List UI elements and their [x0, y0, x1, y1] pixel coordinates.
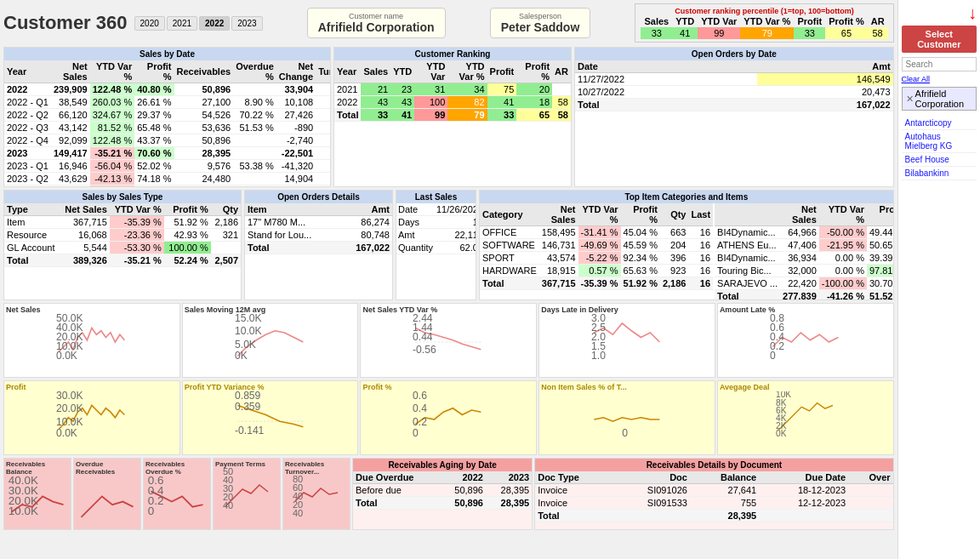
table-row: 2022 239,909 122.48 % 40.80 % 50,896 33,…: [4, 83, 331, 96]
table-row: 2022 - Q3 43,142 81.52 % 65.48 % 53,636 …: [4, 122, 331, 134]
profit-chart: 30.0K 20.0K 10.0K 0.0K: [6, 391, 178, 438]
sales-by-date-table: Year Net Sales YTD Var % Profit % Receiv…: [4, 60, 331, 187]
sales-moving-chart: 15.0K 10.0K 5.0K 0K: [185, 314, 356, 361]
amount-late-sparkline: Amount Late % 0.8 0.6 0.4 0.2 0: [717, 303, 894, 378]
svg-text:10.0K: 10.0K: [235, 325, 262, 337]
net-sales-ytd-chart: 2.44 1.44 0.44 -0.56: [362, 314, 534, 361]
table-row: Total 167,022: [575, 99, 893, 111]
table-row: Amt 22,119: [396, 229, 476, 242]
amount-late-chart: 0.8 0.6 0.4 0.2 0: [720, 314, 892, 361]
table-row: Total 389,326 -35.21 % 52.24 % 2,507: [4, 254, 241, 267]
ranking-box: Customer ranking percentile (1=top, 100=…: [635, 3, 893, 43]
svg-text:0.6: 0.6: [413, 391, 427, 402]
table-row: Touring Bic... 32,000 0.00 % 97.81 % 8 1…: [715, 265, 894, 277]
days-late-chart: 3.0 2.5 2.0 1.5 1.0: [541, 314, 713, 361]
top-items-list: Net Sales YTD Var % Profit % Qty Last BI…: [715, 203, 894, 300]
year-tab-2023[interactable]: 2023: [231, 16, 262, 31]
overdue-chart: [76, 476, 139, 522]
sales-by-date-panel: Sales by Date Year Net Sales YTD Var % P…: [3, 47, 331, 187]
net-sales-ytd-sparkline: Net Sales YTD Var % 2.44 1.44 0.44 -0.56: [360, 303, 537, 378]
table-row: OFFICE 158,495 -31.41 % 45.04 % 663 16: [480, 226, 713, 239]
svg-text:0.359: 0.359: [235, 401, 261, 413]
customer-ranking-table: Year Sales YTD YTD Var YTD Var % Profit …: [334, 60, 571, 122]
last-sales-table: Date 11/26/2023 Days 16 Amt 22,119 Qua: [396, 203, 476, 254]
customer-list-item[interactable]: Antarcticopy: [902, 117, 977, 130]
content-row2: Sales by Sales Type Type Net Sales YTD V…: [3, 190, 894, 300]
sales-by-type-table: Type Net Sales YTD Var % Profit % Qty It…: [4, 203, 241, 267]
svg-text:-0.56: -0.56: [413, 344, 436, 356]
svg-text:40: 40: [293, 508, 303, 518]
recv-aging-header: Receivables Aging by Date: [353, 459, 532, 471]
customer-list-item[interactable]: Autohaus Mielberg KG: [902, 130, 977, 153]
table-row: Days 16: [396, 216, 476, 229]
table-row: 17" M780 M... 86,274: [245, 216, 392, 229]
customer-name-box: Customer name Afrifield Corporation: [307, 8, 446, 38]
table-row: 2022 - Q4 92,099 122.48 % 43.37 % 50,896…: [4, 134, 331, 147]
recv-pct-chart: 0.6 0.4 0.2 0: [145, 476, 208, 522]
table-row: SOFTWARE 146,731 -49.69 % 45.59 % 204 16: [480, 239, 713, 252]
profit-pct-sparkline: Profit % 0.6 0.4 0.2 0: [360, 380, 537, 455]
profit-ytd-chart: 0.859 0.359 -0.141: [185, 391, 356, 438]
svg-text:0.0K: 0.0K: [56, 350, 77, 361]
table-row: Quantity 62.00: [396, 242, 476, 254]
customer-list-item[interactable]: Bilabankinn: [902, 167, 977, 180]
customer-ranking-header: Customer Ranking: [334, 48, 571, 60]
categories-table: Category Net Sales YTD Var % Profit % Qt…: [480, 203, 713, 290]
header: Customer 360 2020 2021 2022 2023 Custome…: [3, 3, 894, 43]
table-row: Invoice SI091533 755 12-12-2023: [535, 497, 892, 510]
svg-text:0.2: 0.2: [413, 416, 427, 428]
table-row: 2022 - Q1 38,549 260.03 % 26.61 % 27,100…: [4, 96, 331, 109]
avg-deal-sparkline: Avegage Deal 10K 8K 6K 4K 2K 0K: [717, 380, 894, 455]
svg-text:1.0: 1.0: [591, 350, 606, 361]
svg-text:0.4: 0.4: [413, 402, 427, 414]
table-row: Total 50,896 28,395: [353, 497, 532, 510]
last-sales-header: Last Sales: [396, 191, 476, 203]
customer-ranking-panel: Customer Ranking Year Sales YTD YTD Var …: [333, 47, 572, 187]
table-row: Resource 16,068 -23.36 % 42.93 % 321: [4, 229, 241, 242]
overdue-recv-sparkline: Overdue Receivables: [73, 458, 141, 530]
svg-text:0.44: 0.44: [413, 331, 433, 343]
recv-aging-panel: Receivables Aging by Date Due Overdue 20…: [352, 458, 533, 530]
close-icon[interactable]: ✕: [906, 94, 914, 105]
select-customer-header: Select Customer: [902, 26, 977, 53]
table-row: SARAJEVO ... 22,420 -100.00 % 30.70 % 23…: [715, 277, 894, 290]
svg-text:-0.141: -0.141: [235, 425, 265, 436]
svg-text:15.0K: 15.0K: [235, 314, 262, 324]
ranking-table: Sales YTD YTD Var YTD Var % Profit Profi…: [641, 15, 887, 39]
svg-text:5.0K: 5.0K: [235, 339, 256, 351]
open-orders-details-table: Item Amt 17" M780 M... 86,274 Stand for …: [245, 203, 392, 254]
table-row: 2023 - Q1 16,946 -56.04 % 52.02 % 9,576 …: [4, 160, 331, 173]
table-row: Total 33 41 99 79 33 65 58: [334, 109, 571, 122]
table-row: 11/27/2022 146,549: [575, 73, 893, 86]
turnover-chart: 80 60 40 20 40: [285, 476, 348, 522]
salesperson-box: Salesperson Peter Saddow: [490, 8, 591, 38]
table-row: Total 277,839 -41.26 % 51.52 % 230 16: [715, 290, 894, 301]
last-sales-panel: Last Sales Date 11/26/2023 Days 16 Amt: [396, 190, 476, 300]
search-input[interactable]: [902, 57, 977, 71]
year-tab-2021[interactable]: 2021: [167, 16, 197, 31]
customer-list-item[interactable]: Beef House: [902, 153, 977, 167]
recv-overdue-pct-sparkline: Receivables Overdue % 0.6 0.4 0.2 0: [143, 458, 211, 530]
svg-text:20.0K: 20.0K: [56, 402, 83, 414]
svg-text:0: 0: [413, 427, 419, 438]
year-tab-2020[interactable]: 2020: [134, 16, 165, 31]
svg-text:0K: 0K: [235, 350, 248, 361]
year-tab-2022[interactable]: 2022: [199, 16, 230, 31]
svg-text:0K: 0K: [776, 429, 787, 438]
content-row1: Sales by Date Year Net Sales YTD Var % P…: [3, 47, 894, 187]
svg-text:10.0K: 10.0K: [56, 416, 83, 428]
year-tabs: 2020 2021 2022 2023: [134, 16, 263, 31]
clear-all-link[interactable]: Clear All: [902, 75, 977, 83]
top-items-content: Category Net Sales YTD Var % Profit % Qt…: [480, 203, 893, 300]
table-row: Date 11/26/2023: [396, 203, 476, 216]
recv-details-panel: Receivables Details by Document Doc Type…: [534, 458, 893, 530]
left-panel: Customer 360 2020 2021 2022 2023 Custome…: [0, 0, 897, 559]
table-row: Item 367,715 -35.39 % 51.92 % 2,186: [4, 216, 241, 229]
open-orders-date-header: Open Orders by Date: [575, 48, 893, 60]
table-row: 2023 149,417 -35.21 % 70.60 % 28,395 -22…: [4, 147, 331, 160]
sales-by-type-header: Sales by Sales Type: [4, 191, 241, 203]
recv-aging-table: Due Overdue 2022 2023 Before due 50,896 …: [353, 471, 532, 510]
table-row: BI4Dynamic... 64,966 -50.00 % 49.44 % 12…: [715, 226, 894, 239]
table-row: 2021 21 23 31 34 75 20: [334, 83, 571, 96]
table-row: HARDWARE 18,915 0.57 % 65.63 % 923 16: [480, 265, 713, 277]
